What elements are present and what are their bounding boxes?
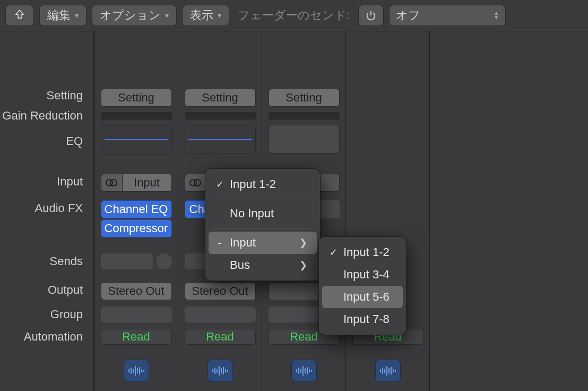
gain-reduction-meter bbox=[269, 112, 340, 120]
audio-fx-plugin[interactable]: Compressor bbox=[101, 219, 172, 237]
menu-item-label: Input 5-6 bbox=[343, 290, 390, 304]
edit-label: 編集 bbox=[47, 7, 71, 23]
dash-icon: - bbox=[214, 236, 226, 250]
output-select[interactable]: Stereo Out bbox=[185, 282, 256, 300]
eq-thumbnail[interactable] bbox=[185, 125, 256, 154]
check-icon: ✓ bbox=[214, 178, 226, 190]
menu-item-input-submenu[interactable]: - Input ❯ bbox=[209, 232, 317, 254]
setting-button[interactable]: Setting bbox=[101, 89, 172, 107]
setting-button[interactable]: Setting bbox=[185, 89, 256, 107]
automation-mode[interactable]: Read bbox=[185, 329, 256, 345]
menu-item-bus-submenu[interactable]: Bus ❯ bbox=[209, 254, 317, 276]
chevron-down-icon: ▾ bbox=[165, 11, 169, 20]
automation-mode[interactable]: Read bbox=[101, 329, 172, 345]
menu-item-input-7-8[interactable]: Input 7-8 bbox=[322, 308, 403, 330]
eq-thumbnail[interactable] bbox=[269, 125, 340, 154]
menu-item-label: Input 1-2 bbox=[343, 245, 390, 259]
gain-reduction-meter bbox=[101, 112, 172, 120]
channel-strip: Read bbox=[346, 31, 430, 391]
row-label-input: Input bbox=[57, 175, 88, 189]
up-button[interactable] bbox=[5, 5, 34, 26]
menu-item-label: Input bbox=[230, 236, 256, 250]
sends-slot[interactable] bbox=[101, 253, 172, 269]
row-labels-column: Setting Gain Reduction EQ Input Audio FX… bbox=[0, 31, 94, 391]
stereo-mode-button[interactable] bbox=[185, 174, 206, 192]
gain-reduction-meter bbox=[185, 112, 256, 120]
stereo-mode-button[interactable] bbox=[101, 174, 122, 192]
toolbar: 編集 ▾ オプション ▾ 表示 ▾ フェーダーのセンド: オフ ▲▼ bbox=[0, 0, 588, 31]
chevron-down-icon: ▾ bbox=[218, 11, 221, 20]
waveform-icon bbox=[212, 365, 229, 377]
arrow-up-icon bbox=[14, 8, 25, 22]
svg-point-13 bbox=[194, 180, 201, 186]
menu-item-label: Input 7-8 bbox=[343, 312, 390, 326]
channels: Setting Input Channel EQ Compressor Ster… bbox=[94, 31, 588, 391]
stereo-icon bbox=[105, 178, 118, 188]
channel-type-button[interactable] bbox=[207, 360, 233, 382]
svg-point-3 bbox=[110, 180, 117, 186]
channel-strip: Setting Input Channel EQ Compressor Ster… bbox=[94, 31, 178, 391]
menu-separator bbox=[213, 199, 313, 199]
menu-item-label: Input 1-2 bbox=[230, 177, 276, 191]
menu-item-label: Bus bbox=[230, 258, 250, 272]
menu-item-no-input[interactable]: No Input bbox=[209, 202, 317, 225]
channel-strip-empty bbox=[430, 31, 514, 391]
group-slot[interactable] bbox=[101, 307, 172, 322]
group-slot[interactable] bbox=[185, 307, 256, 322]
row-label-audio-fx: Audio FX bbox=[35, 201, 89, 215]
input-submenu: ✓ Input 1-2 Input 3-4 Input 5-6 Input 7-… bbox=[318, 236, 407, 335]
channel-type-button[interactable] bbox=[291, 360, 317, 382]
power-button[interactable] bbox=[358, 5, 384, 26]
stepper-icon: ▲▼ bbox=[494, 11, 499, 20]
chevron-right-icon: ❯ bbox=[299, 237, 307, 249]
option-label: オプション bbox=[100, 7, 161, 23]
setting-button[interactable]: Setting bbox=[269, 89, 340, 107]
eq-line-icon bbox=[105, 139, 168, 140]
channel-type-button[interactable] bbox=[375, 360, 401, 382]
output-select[interactable]: Stereo Out bbox=[101, 282, 172, 300]
view-menu[interactable]: 表示 ▾ bbox=[182, 5, 229, 26]
option-menu[interactable]: オプション ▾ bbox=[92, 5, 177, 26]
eq-line-icon bbox=[188, 139, 252, 140]
check-icon: ✓ bbox=[327, 246, 339, 258]
waveform-icon bbox=[296, 365, 313, 377]
audio-fx-plugin[interactable]: Channel EQ bbox=[101, 200, 172, 218]
fader-send-label: フェーダーのセンド: bbox=[235, 7, 353, 23]
waveform-icon bbox=[379, 365, 396, 377]
menu-item-label: Input 3-4 bbox=[343, 268, 390, 282]
mixer-workspace: Setting Gain Reduction EQ Input Audio FX… bbox=[0, 31, 588, 391]
menu-item-input-3-4[interactable]: Input 3-4 bbox=[322, 264, 403, 286]
row-label-eq: EQ bbox=[66, 134, 88, 148]
row-label-gain-reduction: Gain Reduction bbox=[2, 109, 88, 123]
row-label-automation: Automation bbox=[24, 330, 88, 344]
channel-type-button[interactable] bbox=[124, 360, 149, 382]
row-label-sends: Sends bbox=[50, 254, 88, 268]
fader-send-dropdown[interactable]: オフ ▲▼ bbox=[389, 5, 506, 26]
chevron-down-icon: ▾ bbox=[75, 11, 79, 20]
menu-item-input-5-6[interactable]: Input 5-6 bbox=[322, 286, 403, 308]
menu-item-label: No Input bbox=[230, 207, 274, 220]
input-context-menu: ✓ Input 1-2 No Input - Input ❯ Bus ❯ bbox=[205, 168, 321, 281]
menu-item-input-1-2[interactable]: ✓ Input 1-2 bbox=[322, 241, 403, 264]
stereo-icon bbox=[189, 178, 202, 188]
fader-send-value: オフ bbox=[396, 7, 420, 23]
view-label: 表示 bbox=[190, 7, 213, 23]
row-label-setting: Setting bbox=[47, 89, 89, 103]
row-label-output: Output bbox=[48, 283, 88, 297]
chevron-right-icon: ❯ bbox=[299, 259, 307, 271]
row-label-group: Group bbox=[50, 308, 88, 321]
menu-separator bbox=[213, 228, 313, 228]
menu-item-input-1-2[interactable]: ✓ Input 1-2 bbox=[209, 173, 317, 196]
edit-menu[interactable]: 編集 ▾ bbox=[39, 5, 87, 26]
eq-thumbnail[interactable] bbox=[101, 125, 172, 154]
power-icon bbox=[365, 10, 377, 21]
waveform-icon bbox=[128, 365, 145, 377]
input-select[interactable]: Input bbox=[122, 174, 172, 192]
